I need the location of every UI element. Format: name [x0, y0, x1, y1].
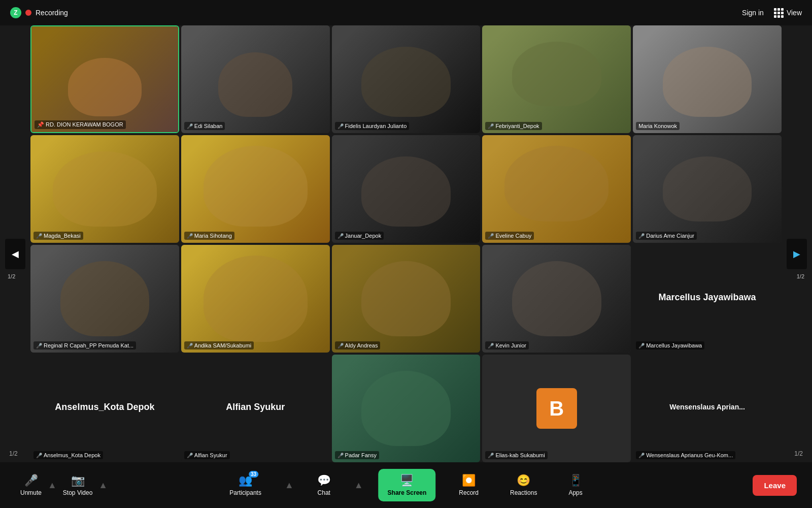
- video-cell-alfian: Alfian Syukur 🎤Alfian Syukur: [181, 355, 330, 462]
- reactions-icon: 😊: [517, 474, 530, 487]
- video-cell-maria-k: Maria Konowok: [633, 25, 782, 133]
- name-label-febriyanti: 🎤Febriyanti_Depok: [485, 122, 542, 130]
- stop-video-caret[interactable]: ▲: [97, 480, 109, 491]
- name-label-anselmus: 🎤Anselmus_Kota Depok: [33, 451, 103, 459]
- prev-page-button[interactable]: ◀ 1/2: [5, 239, 25, 269]
- video-cell-fidelis: 🎤Fidelis Laurdyan Julianto: [332, 25, 481, 133]
- record-button[interactable]: ⏺️ Record: [451, 470, 487, 500]
- stop-video-button[interactable]: 📷 Stop Video: [58, 470, 98, 500]
- video-cell-marcellus: Marcellus Jayawibawa 🎤Marcellus Jayawiba…: [633, 245, 782, 353]
- name-label-alfian: 🎤Alfian Syukur: [184, 451, 230, 459]
- name-label-elias: 🎤Elias-kab Sukabumi: [485, 451, 547, 459]
- video-cell-padar: 🎤Padar Fansy: [332, 355, 481, 462]
- recording-indicator: Z Recording: [10, 7, 68, 18]
- name-label-aldy: 🎤Aldy Andreas: [335, 341, 381, 350]
- video-cell-febriyanti: 🎤Febriyanti_Depok: [482, 25, 631, 133]
- video-cell-januar: 🎤Januar_Depok: [332, 135, 481, 243]
- view-label: View: [787, 9, 802, 17]
- name-label-maria-k: Maria Konowok: [636, 122, 680, 130]
- bottom-toolbar: 🎤 Unmute ▲ 📷 Stop Video ▲ 👥 33 Participa…: [0, 462, 812, 508]
- name-label-maria-s: 🎤Maria Sihotang: [184, 232, 234, 240]
- video-cell-eveline: 🎤Eveline Cabuy: [482, 135, 631, 243]
- video-cell-kevin: 🎤Kevin Junior: [482, 245, 631, 353]
- left-page-num: 1/2: [9, 450, 18, 457]
- video-icon: 📷: [71, 474, 85, 487]
- participants-count: 33: [249, 471, 258, 478]
- participants-caret[interactable]: ▲: [285, 480, 294, 491]
- name-label-andika: 🎤Andika SAM/Sukabumi: [184, 341, 254, 350]
- participants-button[interactable]: 👥 33 Participants: [221, 470, 269, 500]
- recording-label: Recording: [36, 9, 68, 17]
- top-bar: Z Recording Sign in View: [0, 0, 812, 25]
- video-cell-rd-dion: 📌 RD. DION KERAWAM BOGOR: [30, 25, 179, 133]
- name-label-magda: 🎤Magda_Bekasi: [33, 232, 83, 240]
- video-cell-edi: 🎤Edi Silaban: [181, 25, 330, 133]
- toolbar-right: Leave: [753, 475, 797, 496]
- share-screen-button[interactable]: 🖥️ Share Screen: [379, 469, 436, 501]
- apps-button[interactable]: 📱 Apps: [560, 470, 590, 500]
- right-page-num: 1/2: [794, 450, 803, 457]
- mic-icon: 🎤: [24, 474, 38, 487]
- unmute-label: Unmute: [20, 489, 42, 496]
- toolbar-center: 👥 33 Participants ▲ 💬 Chat ▲ 🖥️ Share Sc…: [221, 469, 591, 501]
- name-label-kevin: 🎤Kevin Junior: [485, 341, 529, 350]
- name-label-darius: 🎤Darius Ame Cianjur: [636, 232, 697, 240]
- video-cell-anselmus: Anselmus_Kota Depok 🎤Anselmus_Kota Depok: [30, 355, 179, 462]
- participants-label: Participants: [229, 489, 261, 496]
- top-right: Sign in View: [742, 8, 802, 18]
- next-page-button[interactable]: ▶ 1/2: [787, 239, 807, 269]
- share-screen-label: Share Screen: [388, 489, 427, 496]
- name-label-marcellus: 🎤Marcellus Jayawibawa: [636, 341, 704, 350]
- reactions-button[interactable]: 😊 Reactions: [502, 470, 545, 500]
- reactions-label: Reactions: [510, 489, 537, 496]
- chat-caret[interactable]: ▲: [354, 480, 363, 491]
- video-cell-aldy: 🎤Aldy Andreas: [332, 245, 481, 353]
- app-icon: Z: [10, 7, 21, 18]
- avatar-initial-elias: B: [536, 388, 577, 429]
- chat-button[interactable]: 💬 Chat: [309, 470, 339, 500]
- recording-dot: [25, 10, 31, 16]
- name-label-januar: 🎤Januar_Depok: [335, 232, 384, 240]
- avatar-name-anselmus: Anselmus_Kota Depok: [55, 402, 154, 412]
- video-cell-maria-s: 🎤Maria Sihotang: [181, 135, 330, 243]
- record-label: Record: [459, 489, 479, 496]
- chat-icon: 💬: [317, 474, 331, 487]
- video-cell-darius: 🎤Darius Ame Cianjur: [633, 135, 782, 243]
- video-cell-wensenslaus: Wensenslaus Aprian... 🎤Wensenslaus Apria…: [633, 355, 782, 462]
- unmute-caret[interactable]: ▲: [47, 480, 58, 491]
- name-label-reginal: 🎤Reginal R Capah_PP Pemuda Kat...: [33, 341, 136, 350]
- sign-in-link[interactable]: Sign in: [742, 9, 764, 17]
- unmute-button[interactable]: 🎤 Unmute: [15, 470, 47, 500]
- avatar-name-wensenslaus: Wensenslaus Aprian...: [669, 403, 745, 411]
- apps-label: Apps: [568, 489, 582, 496]
- stop-video-label: Stop Video: [63, 489, 93, 496]
- video-cell-magda: 🎤Magda_Bekasi: [30, 135, 179, 243]
- share-screen-icon: 🖥️: [400, 474, 414, 487]
- video-grid: 📌 RD. DION KERAWAM BOGOR 🎤Edi Silaban 🎤F…: [30, 25, 782, 462]
- toolbar-left: 🎤 Unmute ▲ 📷 Stop Video ▲: [15, 470, 109, 500]
- name-label-fidelis: 🎤Fidelis Laurdyan Julianto: [335, 122, 410, 130]
- video-cell-andika: 🎤Andika SAM/Sukabumi: [181, 245, 330, 353]
- right-page-indicator: 1/2: [797, 273, 804, 279]
- name-label-padar: 🎤Padar Fansy: [335, 451, 379, 459]
- view-toggle[interactable]: View: [774, 8, 802, 18]
- name-label-rd-dion: 📌 RD. DION KERAWAM BOGOR: [35, 120, 126, 129]
- leave-button[interactable]: Leave: [753, 475, 797, 496]
- chat-label: Chat: [318, 489, 330, 496]
- avatar-name-marcellus: Marcellus Jayawibawa: [659, 292, 756, 303]
- video-cell-elias: B 🎤Elias-kab Sukabumi: [482, 355, 631, 462]
- name-label-eveline: 🎤Eveline Cabuy: [485, 232, 534, 240]
- avatar-name-alfian: Alfian Syukur: [226, 402, 285, 412]
- grid-icon: [774, 8, 784, 18]
- name-label-edi: 🎤Edi Silaban: [184, 122, 225, 130]
- video-cell-reginal: 🎤Reginal R Capah_PP Pemuda Kat...: [30, 245, 179, 353]
- name-label-wensenslaus: 🎤Wensenslaus Aprianus Geu-Kom...: [636, 451, 735, 459]
- record-icon: ⏺️: [462, 474, 476, 487]
- left-page-indicator: 1/2: [8, 273, 15, 279]
- apps-icon: 📱: [569, 474, 583, 487]
